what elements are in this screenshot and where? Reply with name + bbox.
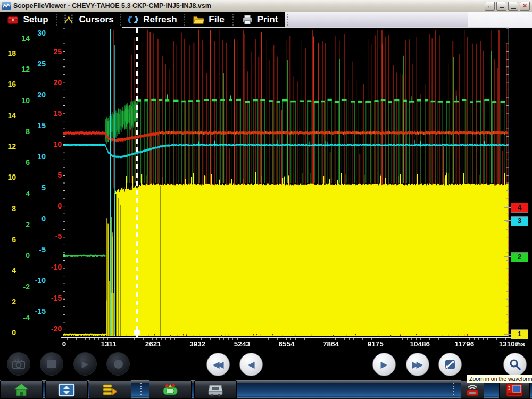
scale-label-ch4: 20 — [44, 78, 62, 87]
step-forward-icon: ▶ — [380, 359, 387, 370]
scope-area: 18161412108642014121086420-2-43025201510… — [0, 0, 532, 399]
play-icon: ▶ — [81, 359, 88, 370]
scale-label-ch1: 6 — [0, 235, 16, 244]
scale-label-ch3: 20 — [28, 90, 46, 99]
scale-label-ch4: -5 — [44, 232, 62, 240]
scale-label-ch3: -10 — [28, 276, 46, 285]
time-label: 7864 — [310, 340, 352, 348]
skip-back-button[interactable]: ◀◀ — [206, 353, 230, 376]
refresh-button[interactable]: Refresh — [121, 12, 183, 28]
toolbar-empty-area — [285, 12, 532, 28]
time-label: 6554 — [265, 340, 308, 348]
scope-screen-icon — [58, 383, 75, 397]
taskbar-separator — [140, 383, 142, 396]
step-back-button[interactable]: ◀ — [239, 353, 263, 376]
time-label: 11796 — [443, 340, 486, 348]
vehicle-id-button[interactable] — [149, 380, 192, 399]
cursors-label: Cursors — [79, 14, 113, 25]
diagnostic-device-button[interactable] — [499, 380, 530, 399]
scale-label-ch1: 2 — [0, 297, 16, 306]
print-button[interactable]: Print — [234, 12, 285, 28]
wireless-module-button[interactable] — [461, 380, 484, 399]
menu-list-button[interactable] — [89, 380, 131, 399]
stop-icon — [47, 360, 56, 368]
resize-button[interactable]: ↔ — [485, 2, 495, 11]
channel-badge-1[interactable]: 1 — [511, 329, 528, 339]
file-label: File — [209, 14, 224, 25]
scale-label-ch1: 12 — [0, 142, 16, 151]
app-icon — [2, 2, 11, 10]
step-forward-button[interactable]: ▶ — [372, 353, 396, 376]
time-axis-ticks — [63, 338, 509, 340]
scale-label-ch4: 5 — [44, 171, 62, 179]
printer-icon — [242, 14, 253, 26]
time-label: 10486 — [398, 340, 441, 348]
skip-forward-button[interactable]: ▶▶ — [406, 353, 429, 376]
home-icon — [13, 383, 29, 397]
print-label: Print — [257, 14, 278, 25]
taskbar-separator — [453, 383, 454, 396]
scale-label-ch3: 0 — [28, 214, 46, 223]
setup-button[interactable]: Setup — [0, 12, 55, 28]
time-label: 9175 — [354, 340, 397, 348]
scale-label-ch2: 8 — [12, 127, 30, 136]
scale-label-ch3: 30 — [28, 29, 46, 37]
scale-label-ch2: -2 — [12, 282, 30, 291]
channel-badge-2[interactable]: 2 — [511, 252, 528, 262]
playback-bar: ▶ 00:02:153 ◀◀ ◀ ▶ ▶▶ Max — [0, 348, 532, 380]
maximize-button[interactable] — [508, 2, 518, 11]
step-back-icon: ◀ — [247, 359, 254, 370]
minimize-button[interactable] — [496, 2, 506, 11]
scale-label-ch4: 0 — [44, 202, 62, 210]
scale-label-ch3: 25 — [28, 60, 46, 68]
time-label: 2621 — [132, 340, 174, 348]
app-window: ScopeFileViewer - CHEVY-TAHOE 5.3 CKP-CM… — [0, 0, 532, 399]
scale-label-ch4: 10 — [44, 140, 62, 148]
scale-label-ch4: -20 — [44, 325, 62, 333]
scale-label-ch1: 4 — [0, 266, 16, 275]
data-manager-button[interactable] — [194, 380, 237, 399]
stop-button[interactable] — [40, 352, 63, 376]
window-title: ScopeFileViewer - CHEVY-TAHOE 5.3 CKP-CM… — [13, 2, 211, 10]
expand-arrows-icon — [444, 358, 456, 371]
scale-label-ch2: 6 — [12, 158, 30, 167]
list-icon — [102, 383, 118, 397]
skip-forward-icon: ▶▶ — [412, 359, 420, 370]
channel-badge-4[interactable]: 4 — [511, 203, 528, 213]
scale-label-ch1: 8 — [0, 204, 16, 213]
scale-label-ch4: -10 — [44, 263, 62, 271]
refresh-icon — [127, 14, 139, 26]
handheld-device-icon — [505, 383, 523, 397]
scanner-unit-icon — [207, 383, 223, 397]
car-icon — [162, 383, 179, 397]
scale-label-ch3: -5 — [28, 245, 46, 254]
close-button[interactable]: × — [520, 2, 530, 11]
scale-label-ch2: 10 — [12, 96, 30, 105]
scale-label-ch4: -15 — [44, 294, 62, 302]
home-button[interactable] — [0, 380, 43, 399]
scale-label-ch2: 4 — [12, 189, 30, 198]
play-review-button[interactable]: ▶ — [73, 352, 97, 376]
record-button[interactable] — [106, 352, 130, 376]
channel-badge-3[interactable]: 3 — [511, 216, 528, 226]
scale-label-ch1: 16 — [0, 80, 16, 88]
zoom-in-button[interactable] — [503, 353, 527, 376]
file-button[interactable]: File — [186, 12, 231, 28]
skip-back-icon: ◀◀ — [212, 359, 221, 370]
scale-label-ch3: 10 — [28, 152, 46, 161]
scope-button[interactable] — [45, 380, 88, 399]
fit-waveform-button[interactable] — [438, 353, 462, 376]
setup-label: Setup — [23, 14, 48, 25]
scale-label-ch1: 14 — [0, 111, 16, 120]
zoom-tooltip: Zoom in on the waveform — [467, 375, 532, 383]
scale-label-ch2: 0 — [12, 251, 30, 260]
time-label: 13107 — [488, 340, 530, 348]
scale-label-ch2: 12 — [12, 65, 30, 73]
wireless-car-icon — [464, 383, 480, 397]
waveform-canvas[interactable] — [63, 28, 509, 338]
scale-label-ch4: 25 — [44, 47, 62, 56]
snapshot-button[interactable] — [7, 352, 30, 376]
camera-icon — [12, 359, 25, 369]
scale-label-ch3: -15 — [28, 307, 46, 315]
cursors-button[interactable]: Cursors — [58, 12, 119, 28]
